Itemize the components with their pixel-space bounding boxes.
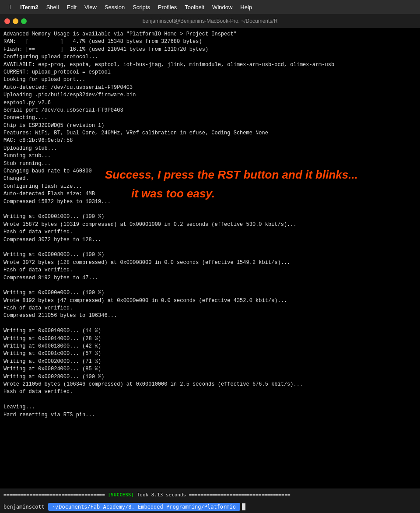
session-menu[interactable]: Session bbox=[101, 3, 128, 11]
toolbelt-menu[interactable]: Toolbelt bbox=[181, 3, 208, 11]
prompt-path: ~/Documents/Fab Academy/8. Embedded Prog… bbox=[48, 503, 240, 511]
maximize-button[interactable] bbox=[21, 18, 27, 24]
traffic-lights bbox=[4, 18, 27, 24]
close-button[interactable] bbox=[4, 18, 10, 24]
statusbar-prefix: =================================== bbox=[4, 492, 105, 498]
help-menu[interactable]: Help bbox=[237, 3, 256, 11]
minimize-button[interactable] bbox=[13, 18, 18, 24]
titlebar: benjaminscott@Benjamins-MacBook-Pro: ~/D… bbox=[0, 14, 420, 28]
statusbar-suffix: Took 8.13 seconds ======================… bbox=[137, 492, 290, 498]
scripts-menu[interactable]: Scripts bbox=[129, 3, 154, 11]
statusbar: =================================== [SUC… bbox=[0, 488, 420, 501]
apple-icon[interactable]:  bbox=[4, 0, 16, 14]
view-menu[interactable]: View bbox=[81, 3, 100, 11]
prompt-username: benjaminscott bbox=[0, 504, 48, 510]
iterm2-menu[interactable]: iTerm2 bbox=[17, 3, 42, 11]
edit-menu[interactable]: Edit bbox=[63, 3, 80, 11]
prompt-cursor bbox=[242, 503, 245, 510]
menubar:  iTerm2 Shell Edit View Session Scripts… bbox=[0, 0, 420, 14]
profiles-menu[interactable]: Profiles bbox=[154, 3, 180, 11]
terminal-output[interactable]: Advanced Memory Usage is available via "… bbox=[0, 28, 420, 488]
window-menu[interactable]: Window bbox=[209, 3, 236, 11]
window-title: benjaminscott@Benjamins-MacBook-Pro: ~/D… bbox=[143, 18, 278, 24]
statusbar-success-badge: [SUCCESS] bbox=[105, 492, 137, 498]
shell-menu[interactable]: Shell bbox=[43, 3, 63, 11]
bottombar: benjaminscott ~/Documents/Fab Academy/8.… bbox=[0, 501, 420, 513]
terminal-area[interactable]: Advanced Memory Usage is available via "… bbox=[0, 28, 420, 488]
